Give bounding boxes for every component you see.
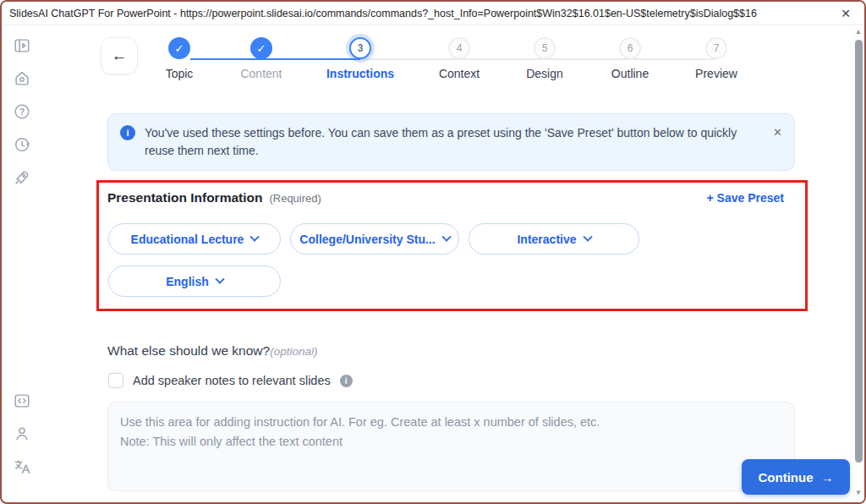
continue-label: Continue [759,470,814,485]
presentation-type-dropdown[interactable]: Educational Lecture [108,223,281,255]
required-label: (Required) [269,192,321,205]
step-number: 5 [534,37,556,59]
user-icon[interactable] [13,425,31,443]
help-icon[interactable]: ? [13,102,31,121]
checkbox-label: Add speaker notes to relevant slides [133,374,331,387]
scrollbar-thumb[interactable] [855,40,863,463]
chevron-down-icon [583,232,592,241]
step-content[interactable]: ✓ Content [211,37,312,80]
window-close-icon[interactable]: ✕ [837,6,854,21]
step-number: 4 [448,37,470,59]
left-sidebar: ? [2,26,42,502]
additional-info-heading: What else should we know?(optional) [107,343,317,359]
dropdown-value: English [166,275,209,288]
banner-text: You've used these settings before. You c… [145,124,764,160]
speaker-notes-checkbox[interactable] [108,373,123,388]
dropdown-value: Interactive [517,233,576,246]
banner-dismiss-icon[interactable]: ✕ [773,126,782,139]
code-icon[interactable] [13,392,31,410]
continue-button[interactable]: Continue → [742,459,850,495]
step-number: 7 [705,37,727,59]
chevron-down-icon [441,232,451,241]
step-preview[interactable]: 7 Preview [666,37,767,80]
scroll-up-icon[interactable]: ▲ [855,28,862,38]
dropdown-value: College/University Stu... [299,233,435,246]
panel-toggle-icon[interactable] [13,36,31,55]
back-arrow-icon: ← [112,47,128,65]
speaker-notes-row: Add speaker notes to relevant slides i [108,373,353,388]
step-label: Content [211,67,312,80]
scroll-down-icon[interactable]: ▼ [855,489,862,499]
info-icon: i [120,125,135,140]
presentation-info-header: Presentation Information (Required) + Sa… [107,190,784,205]
optional-label: (optional) [270,345,317,358]
translate-icon[interactable] [13,457,31,476]
language-dropdown[interactable]: English [108,266,281,297]
step-label: Preview [666,67,767,80]
home-icon[interactable] [13,69,31,88]
window-title: SlidesAI ChatGPT For PowerPoint - https:… [9,8,757,19]
svg-text:?: ? [19,107,25,117]
chevron-down-icon [215,274,224,283]
step-number: 3 [349,37,371,59]
tooltip-info-icon[interactable]: i [340,375,353,387]
slidesai-dialog-window: SlidesAI ChatGPT For PowerPoint - https:… [0,0,866,504]
style-dropdown[interactable]: Interactive [469,223,639,255]
preset-info-banner: i You've used these settings before. You… [107,113,795,171]
rocket-icon[interactable] [13,168,31,187]
title-bar: SlidesAI ChatGPT For PowerPoint - https:… [2,2,864,25]
section-title: Presentation Information [107,190,262,205]
step-number: 6 [619,37,641,59]
check-icon: ✓ [250,37,272,59]
check-icon: ✓ [168,37,190,59]
audience-dropdown[interactable]: College/University Stu... [290,223,459,255]
arrow-right-icon: → [821,470,834,485]
vertical-scrollbar: ▲ ▼ [852,26,864,502]
main-content: ← ✓ Topic ✓ Content 3 Instructions 4 Con… [42,26,852,502]
step-label: Instructions [310,67,411,80]
ai-instructions-textarea[interactable] [107,402,795,491]
dropdown-value: Educational Lecture [131,233,244,246]
step-instructions[interactable]: 3 Instructions [310,37,411,80]
chevron-down-icon [250,232,260,241]
history-icon[interactable] [13,135,31,154]
question-text: What else should we know? [107,343,270,358]
save-preset-button[interactable]: + Save Preset [707,191,784,205]
